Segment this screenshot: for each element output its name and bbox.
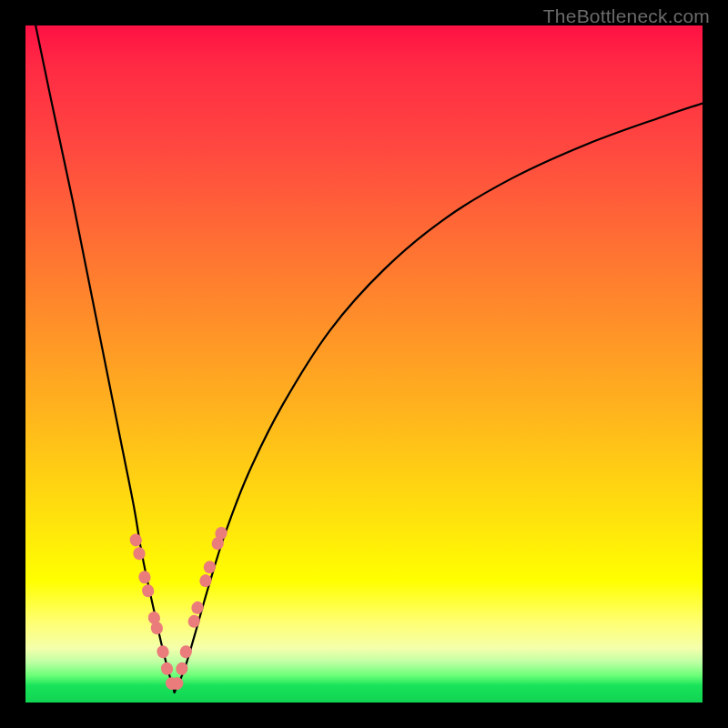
svg-rect-3 bbox=[141, 583, 156, 599]
plot-area bbox=[25, 25, 703, 703]
highlight-dot bbox=[156, 644, 170, 660]
highlight-dot bbox=[159, 661, 174, 676]
highlight-dot bbox=[198, 573, 213, 589]
curve-right-branch bbox=[175, 104, 703, 693]
highlight-dot bbox=[141, 583, 156, 599]
curve-svg bbox=[25, 25, 703, 703]
svg-rect-6 bbox=[156, 644, 170, 660]
svg-rect-2 bbox=[137, 570, 152, 585]
highlight-dot bbox=[190, 600, 205, 615]
svg-rect-13 bbox=[190, 600, 205, 615]
watermark-text: TheBottleneck.com bbox=[543, 5, 710, 27]
highlight-dot bbox=[137, 570, 152, 585]
svg-rect-14 bbox=[198, 573, 213, 589]
highlight-dot bbox=[132, 546, 147, 561]
svg-rect-7 bbox=[159, 661, 174, 676]
svg-rect-1 bbox=[132, 546, 147, 561]
highlight-dots-group bbox=[128, 525, 228, 692]
chart-frame: TheBottleneck.com bbox=[0, 0, 728, 728]
